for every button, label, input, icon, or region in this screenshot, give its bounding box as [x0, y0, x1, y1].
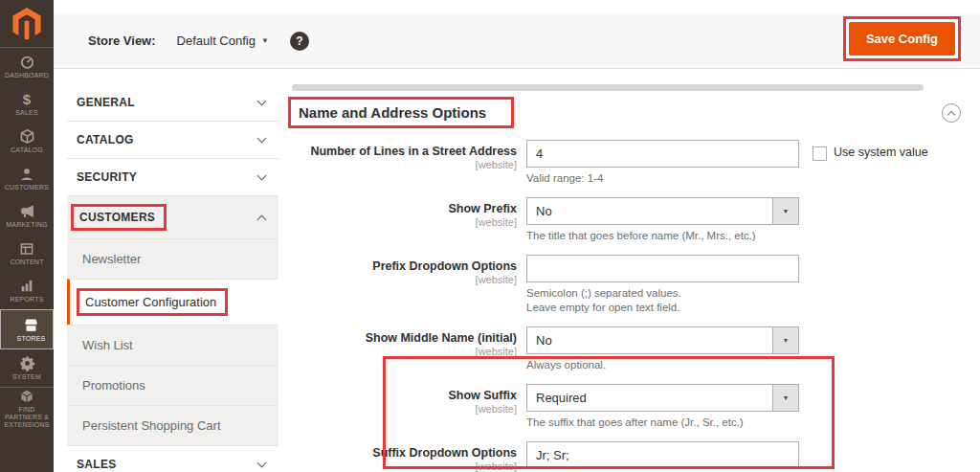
dashboard-icon [19, 54, 35, 70]
annotation-box-customer-configuration: Customer Configuration [77, 288, 228, 316]
field-scope: [website] [292, 274, 517, 285]
chevron-down-icon: ▼ [261, 36, 269, 45]
chevron-down-icon: ▼ [772, 198, 798, 224]
extensions-icon [19, 388, 34, 404]
suffix-options-input[interactable] [526, 441, 799, 469]
field-note: Leave empty for open text field. [526, 301, 799, 315]
annotation-box-panel-title: Name and Address Options [288, 97, 514, 128]
field-note: Always optional. [526, 358, 799, 372]
content-icon [19, 240, 34, 257]
show-suffix-select[interactable]: Required ▼ [526, 384, 799, 412]
street-lines-input[interactable] [526, 140, 799, 168]
save-config-button[interactable]: Save Config [849, 22, 955, 56]
field-label: Show Prefix [292, 202, 517, 215]
subnav-item-newsletter[interactable]: Newsletter [67, 238, 278, 279]
form-row-street-lines: Number of Lines in a Street Address [web… [292, 140, 967, 186]
prefix-options-input[interactable] [526, 255, 799, 282]
form-row-show-middle-name: Show Middle Name (initial) [website] No … [292, 326, 967, 372]
field-scope: [website] [292, 216, 517, 228]
chevron-up-icon [257, 214, 267, 224]
nav-section-sales[interactable]: SALES [67, 446, 278, 472]
sidebar-item-content[interactable]: CONTENT [0, 235, 54, 272]
system-icon [19, 355, 35, 371]
sidebar-item-sales[interactable]: $ SALES [0, 85, 54, 123]
sidebar-item-dashboard[interactable]: DASHBOARD [0, 48, 54, 85]
chevron-down-icon [257, 134, 267, 144]
annotation-box-customers: CUSTOMERS [71, 204, 167, 231]
chevron-down-icon [257, 171, 267, 181]
field-scope: [website] [292, 159, 517, 170]
field-scope: [website] [292, 461, 517, 472]
panel-header: Name and Address Options [292, 97, 967, 128]
field-scope: [website] [292, 403, 517, 415]
nav-section-security[interactable]: SECURITY [67, 159, 278, 196]
magento-logo[interactable] [0, 0, 54, 48]
form-row-show-suffix: Show Suffix [website] Required ▼ The suf… [292, 384, 967, 430]
nav-section-catalog[interactable]: CATALOG [67, 122, 278, 159]
sidebar-item-find-partners[interactable]: FIND PARTNERS & EXTENSIONS [0, 387, 54, 429]
config-section-nav: GENERAL CATALOG SECURITY CUSTOMERS Newsl… [67, 84, 278, 472]
horizontal-scrollbar[interactable] [292, 84, 924, 91]
store-view-label: Store View: [88, 34, 156, 48]
panel-title: Name and Address Options [299, 104, 486, 121]
form-row-prefix-options: Prefix Dropdown Options [website] Semico… [292, 255, 967, 315]
sidebar-item-stores[interactable]: STORES [0, 309, 54, 349]
catalog-icon [19, 128, 35, 145]
field-label: Suffix Dropdown Options [292, 446, 517, 460]
field-label: Number of Lines in a Street Address [292, 145, 517, 158]
customers-subnav: Newsletter Customer Configuration Wish L… [67, 238, 278, 445]
form-row-suffix-options: Suffix Dropdown Options [website] Semico… [292, 441, 967, 472]
subnav-item-persistent-shopping-cart[interactable]: Persistent Shopping Cart [67, 405, 278, 445]
collapse-section-button[interactable] [942, 103, 961, 123]
field-label: Prefix Dropdown Options [292, 259, 517, 273]
chevron-up-icon [947, 110, 955, 118]
use-system-value-checkbox[interactable] [813, 146, 827, 161]
magento-admin-page: DASHBOARD $ SALES CATALOG CUSTOMERS MARK… [0, 0, 980, 472]
nav-section-customers-header[interactable]: CUSTOMERS [67, 196, 278, 238]
chevron-down-icon: ▼ [772, 327, 798, 353]
stores-icon [23, 317, 39, 333]
nav-section-general[interactable]: GENERAL [67, 84, 278, 122]
form-row-show-prefix: Show Prefix [website] No ▼ The title tha… [292, 197, 967, 243]
subnav-item-customer-configuration[interactable]: Customer Configuration [67, 279, 278, 325]
show-prefix-select[interactable]: No ▼ [526, 197, 799, 225]
sidebar-item-marketing[interactable]: MARKETING [0, 197, 54, 235]
subnav-item-wish-list[interactable]: Wish List [67, 325, 278, 365]
app-sidebar: DASHBOARD $ SALES CATALOG CUSTOMERS MARK… [0, 0, 54, 472]
sidebar-item-catalog[interactable]: CATALOG [0, 123, 54, 160]
sidebar-item-customers[interactable]: CUSTOMERS [0, 160, 54, 197]
sidebar-item-system[interactable]: SYSTEM [0, 349, 54, 387]
field-note: Valid range: 1-4 [526, 171, 799, 186]
customers-icon [19, 166, 34, 182]
config-main-panel: Name and Address Options Number of Lines… [292, 84, 967, 472]
annotation-box-save-config: Save Config [843, 16, 961, 61]
help-icon[interactable]: ? [290, 32, 309, 51]
chevron-down-icon [257, 97, 267, 106]
reports-icon [19, 278, 34, 294]
magento-logo-icon [12, 8, 41, 40]
chevron-down-icon [257, 459, 267, 468]
field-label: Show Middle Name (initial) [292, 331, 517, 345]
store-view-switcher[interactable]: Default Config ▼ [177, 34, 269, 48]
field-note: The title that goes before name (Mr., Mr… [526, 229, 799, 243]
show-middle-name-select[interactable]: No ▼ [526, 326, 799, 354]
name-address-options-form: Number of Lines in a Street Address [web… [292, 140, 967, 472]
sales-icon: $ [23, 91, 31, 107]
subnav-item-promotions[interactable]: Promotions [67, 365, 278, 405]
page-header: Store View: Default Config ▼ ? Save Conf… [54, 13, 980, 69]
field-note: Semicolon (;) separated values. [526, 286, 799, 301]
chevron-down-icon: ▼ [772, 385, 798, 411]
field-label: Show Suffix [292, 389, 517, 402]
field-scope: [website] [292, 346, 517, 357]
marketing-icon [19, 203, 35, 219]
sidebar-item-reports[interactable]: REPORTS [0, 272, 54, 309]
field-note: The suffix that goes after name (Jr., Sr… [526, 416, 799, 430]
nav-section-customers: CUSTOMERS Newsletter Customer Configurat… [67, 196, 278, 446]
use-system-value-label: Use system value [834, 146, 928, 159]
